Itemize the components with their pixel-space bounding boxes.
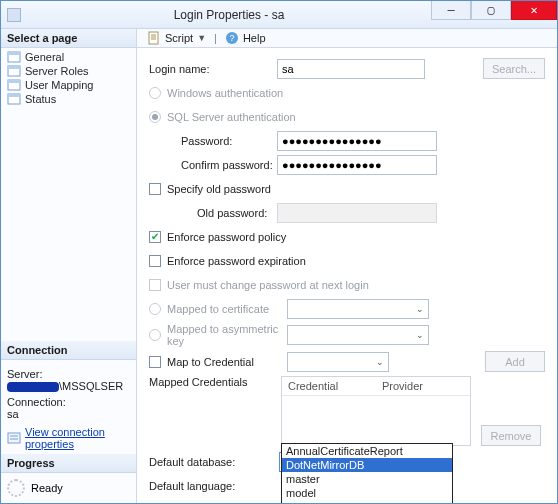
redacted-icon — [7, 382, 59, 392]
page-icon — [7, 65, 21, 77]
svg-rect-3 — [8, 66, 20, 69]
db-option[interactable]: master — [282, 472, 452, 486]
page-icon — [7, 79, 21, 91]
script-icon — [147, 31, 161, 45]
sql-auth-radio — [149, 111, 161, 123]
enforce-expiration-check[interactable] — [149, 255, 161, 267]
help-button[interactable]: ? Help — [221, 29, 270, 47]
enforce-policy-check[interactable]: ✔ — [149, 231, 161, 243]
enforce-policy-label: Enforce password policy — [167, 231, 286, 243]
page-item-user-mapping[interactable]: User Mapping — [1, 78, 136, 92]
link-text: View connection properties — [25, 426, 130, 450]
db-option[interactable]: model — [282, 486, 452, 500]
mapped-asym-radio — [149, 329, 161, 341]
mapped-cert-label: Mapped to certificate — [167, 303, 287, 315]
script-label: Script — [165, 32, 193, 44]
grid-col-credential: Credential — [282, 377, 376, 395]
view-connection-properties-link[interactable]: View connection properties — [7, 426, 130, 450]
confirm-password-input[interactable] — [277, 155, 437, 175]
credentials-grid: Credential Provider — [281, 376, 471, 446]
remove-button: Remove — [481, 425, 541, 446]
map-to-credential-label: Map to Credential — [167, 356, 287, 368]
mapped-credentials-label: Mapped Credentials — [149, 376, 281, 388]
server-label: Server: — [7, 368, 130, 380]
page-label: Status — [25, 93, 56, 105]
login-name-input[interactable] — [277, 59, 425, 79]
specify-old-password-label: Specify old password — [167, 183, 271, 195]
connection-value: sa — [7, 408, 130, 420]
login-name-label: Login name: — [149, 63, 277, 75]
script-button[interactable]: Script ▼ — [143, 29, 210, 47]
progress-header: Progress — [1, 454, 136, 473]
svg-rect-11 — [149, 32, 158, 44]
spinner-icon — [7, 479, 25, 497]
mapped-cert-radio — [149, 303, 161, 315]
mapped-cert-select: ⌄ — [287, 299, 429, 319]
progress-status: Ready — [31, 482, 63, 494]
default-language-label: Default language: — [149, 480, 279, 492]
window-title: Login Properties - sa — [27, 8, 431, 22]
password-input[interactable] — [277, 131, 437, 151]
page-label: Server Roles — [25, 65, 89, 77]
map-to-credential-check[interactable] — [149, 356, 161, 368]
help-label: Help — [243, 32, 266, 44]
form-area: Login name: Search... Windows authentica… — [137, 48, 557, 504]
svg-rect-1 — [8, 52, 20, 55]
specify-old-password-check[interactable] — [149, 183, 161, 195]
windows-auth-radio — [149, 87, 161, 99]
password-label: Password: — [181, 135, 277, 147]
connection-label: Connection: — [7, 396, 130, 408]
mapped-asym-label: Mapped to asymmetric key — [167, 323, 287, 347]
svg-rect-5 — [8, 80, 20, 83]
must-change-check — [149, 279, 161, 291]
titlebar: Login Properties - sa — ▢ ✕ — [1, 1, 557, 29]
page-list: General Server Roles User Mapping Status — [1, 48, 136, 108]
properties-icon — [7, 432, 21, 444]
db-option[interactable]: DotNetMirrorDB — [282, 458, 452, 472]
maximize-button[interactable]: ▢ — [471, 0, 511, 20]
confirm-password-label: Confirm password: — [181, 159, 277, 171]
server-value: \MSSQLSER — [7, 380, 130, 392]
db-option[interactable]: msdb — [282, 500, 452, 504]
connection-header: Connection — [1, 341, 136, 360]
enforce-expiration-label: Enforce password expiration — [167, 255, 306, 267]
select-page-header: Select a page — [1, 29, 136, 48]
default-database-label: Default database: — [149, 456, 279, 468]
page-icon — [7, 51, 21, 63]
left-panel: Select a page General Server Roles User … — [1, 29, 137, 503]
page-item-server-roles[interactable]: Server Roles — [1, 64, 136, 78]
grid-col-provider: Provider — [376, 377, 470, 395]
old-password-label: Old password: — [197, 207, 277, 219]
page-label: General — [25, 51, 64, 63]
page-item-status[interactable]: Status — [1, 92, 136, 106]
default-database-dropdown[interactable]: AnnualCertificateReport DotNetMirrorDB m… — [281, 443, 453, 504]
sql-auth-label: SQL Server authentication — [167, 111, 296, 123]
page-item-general[interactable]: General — [1, 50, 136, 64]
help-icon: ? — [225, 31, 239, 45]
connection-block: Server: \MSSQLSER Connection: sa View co… — [1, 360, 136, 454]
add-button: Add — [485, 351, 545, 372]
db-option[interactable]: AnnualCertificateReport — [282, 444, 452, 458]
svg-rect-7 — [8, 94, 20, 97]
svg-rect-8 — [8, 433, 20, 443]
window-system-icon — [7, 8, 21, 22]
page-icon — [7, 93, 21, 105]
mapped-asym-select: ⌄ — [287, 325, 429, 345]
windows-auth-label: Windows authentication — [167, 87, 283, 99]
toolbar: Script ▼ | ? Help — [137, 29, 557, 48]
progress-row: Ready — [1, 473, 136, 503]
right-pane: Script ▼ | ? Help Login name: Search... … — [137, 29, 557, 503]
minimize-button[interactable]: — — [431, 0, 471, 20]
svg-text:?: ? — [229, 33, 234, 43]
page-label: User Mapping — [25, 79, 93, 91]
map-to-credential-select[interactable]: ⌄ — [287, 352, 389, 372]
search-button: Search... — [483, 58, 545, 79]
old-password-input — [277, 203, 437, 223]
chevron-down-icon: ▼ — [197, 33, 206, 43]
close-button[interactable]: ✕ — [511, 0, 557, 20]
must-change-label: User must change password at next login — [167, 279, 369, 291]
